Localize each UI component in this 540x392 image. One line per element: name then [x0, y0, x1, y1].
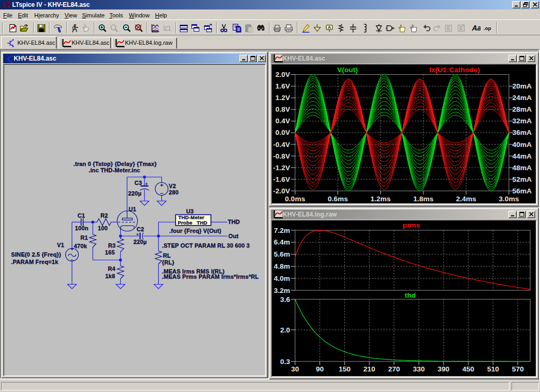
svg-text:-2.0V: -2.0V — [273, 187, 290, 195]
svg-text:R1: R1 — [81, 234, 88, 241]
svg-text:48mA: 48mA — [513, 164, 532, 172]
svg-text:52mA: 52mA — [513, 175, 532, 183]
svg-text:V(out): V(out) — [338, 66, 358, 74]
svg-text:0.3: 0.3 — [280, 358, 290, 366]
svg-text:.STEP OCT PARAM RL 30 600 3: .STEP OCT PARAM RL 30 600 3 — [162, 242, 250, 249]
svg-text:Aa: Aa — [471, 24, 480, 32]
svg-text:2.0: 2.0 — [280, 326, 290, 334]
svg-text:.four {Freq} V(Out): .four {Freq} V(Out) — [169, 228, 221, 234]
svg-text:40mA: 40mA — [513, 141, 532, 149]
svg-text:Out: Out — [228, 233, 238, 239]
svg-text:6.4m: 6.4m — [274, 238, 290, 246]
svg-text:100: 100 — [98, 225, 108, 231]
svg-text:R4: R4 — [108, 266, 116, 272]
svg-text:prms: prms — [402, 221, 420, 229]
svg-text:SINE(0 2.5 {Freq}): SINE(0 2.5 {Freq}) — [11, 251, 61, 258]
svg-text:30: 30 — [291, 365, 299, 373]
svg-text:1k8: 1k8 — [105, 273, 115, 279]
svg-text:C3: C3 — [134, 180, 142, 186]
svg-text:U1: U1 — [129, 206, 136, 212]
svg-text:210: 210 — [363, 365, 375, 373]
svg-text:280: 280 — [169, 189, 179, 195]
svg-text:{RL}: {RL} — [162, 259, 175, 266]
svg-text:thd: thd — [405, 291, 416, 299]
svg-text:24mA: 24mA — [513, 94, 532, 102]
svg-text:20mA: 20mA — [513, 82, 532, 90]
svg-text:4.8m: 4.8m — [274, 262, 290, 270]
svg-text:0.6ms: 0.6ms — [327, 195, 348, 203]
svg-text:2.4ms: 2.4ms — [456, 195, 476, 203]
svg-text:A: A — [327, 25, 331, 30]
svg-text:1.6V: 1.6V — [275, 82, 290, 90]
svg-text:3.2m: 3.2m — [274, 287, 290, 295]
svg-text:32mA: 32mA — [513, 117, 532, 125]
svg-text:270: 270 — [388, 365, 400, 373]
svg-text:C1: C1 — [78, 212, 85, 219]
svg-text:-0.4V: -0.4V — [273, 141, 290, 149]
svg-text:0.0ms: 0.0ms — [285, 195, 305, 203]
svg-text:1.2ms: 1.2ms — [371, 195, 391, 203]
svg-text:470k: 470k — [74, 243, 88, 249]
svg-text:56mA: 56mA — [513, 187, 532, 195]
svg-text:100n: 100n — [75, 225, 89, 231]
svg-text:0.4V: 0.4V — [275, 117, 290, 125]
svg-text:-1.2V: -1.2V — [273, 164, 290, 172]
svg-text:0.8V: 0.8V — [275, 105, 290, 113]
svg-text:Probe THD: Probe THD — [178, 220, 207, 226]
svg-text:THD: THD — [228, 219, 240, 225]
svg-text:RL: RL — [163, 252, 171, 259]
svg-text:390: 390 — [438, 365, 450, 373]
svg-text:-0.8V: -0.8V — [273, 152, 290, 160]
svg-text:.op: .op — [484, 25, 491, 31]
svg-text:.inc THD-Meter.inc: .inc THD-Meter.inc — [89, 167, 140, 173]
svg-text:150: 150 — [339, 365, 351, 373]
svg-text:4.0m: 4.0m — [274, 275, 290, 282]
svg-text:7.2m: 7.2m — [274, 227, 290, 234]
svg-text:2.0V: 2.0V — [275, 71, 290, 79]
svg-text:V2: V2 — [169, 183, 176, 189]
svg-text:330: 330 — [413, 365, 425, 373]
svg-text:165: 165 — [105, 249, 115, 256]
svg-text:V1: V1 — [57, 242, 64, 248]
svg-text:220µ: 220µ — [133, 239, 147, 245]
svg-text:3.0ms: 3.0ms — [499, 195, 519, 203]
svg-text:90: 90 — [316, 365, 324, 373]
svg-text:0.0V: 0.0V — [275, 129, 290, 136]
svg-text:U3: U3 — [186, 208, 194, 214]
svg-text:1.2V: 1.2V — [275, 94, 290, 102]
svg-text:3.6: 3.6 — [280, 296, 290, 303]
svg-text:570: 570 — [512, 365, 524, 373]
svg-text:220µ: 220µ — [128, 190, 141, 197]
svg-text:510: 510 — [487, 365, 499, 373]
svg-text:-1.6V: -1.6V — [273, 175, 290, 183]
svg-text:C2: C2 — [137, 226, 144, 232]
svg-text:5.6m: 5.6m — [274, 250, 290, 258]
svg-text:.PARAM Freq=1k: .PARAM Freq=1k — [11, 259, 59, 265]
svg-text:36mA: 36mA — [513, 129, 532, 136]
svg-text:LT: LT — [2, 1, 11, 9]
svg-text:R3: R3 — [108, 242, 115, 249]
svg-text:.MEAS Prms PARAM Irms*Irms*RL: .MEAS Prms PARAM Irms*Irms*RL — [162, 273, 259, 280]
svg-text:R2: R2 — [101, 212, 108, 219]
svg-text:Ix(U1:Cathode): Ix(U1:Cathode) — [429, 66, 480, 74]
svg-text:44mA: 44mA — [513, 152, 532, 160]
svg-text:1.8ms: 1.8ms — [413, 195, 433, 203]
svg-text:.tran 0 {Tstop} {Delay} {Tmax}: .tran 0 {Tstop} {Delay} {Tmax} — [73, 161, 157, 167]
svg-text:28mA: 28mA — [513, 105, 532, 113]
svg-text:450: 450 — [462, 365, 475, 373]
